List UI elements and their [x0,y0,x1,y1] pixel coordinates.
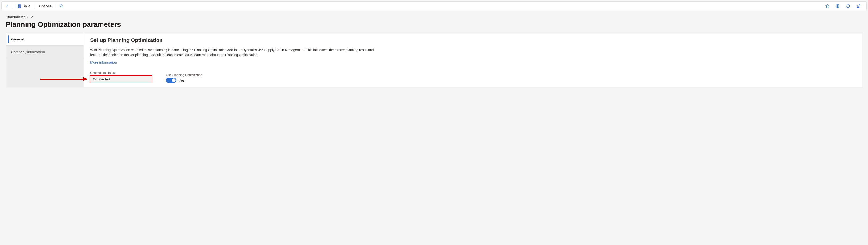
tab-label: General [11,37,24,41]
use-po-label: Use Planning Optimization [166,73,202,77]
connection-status-input[interactable] [90,75,152,83]
use-po-toggle-wrap: Yes [166,78,202,83]
more-information-link[interactable]: More information [90,60,117,64]
annotation-arrow [40,76,88,83]
svg-point-1 [60,5,62,7]
use-po-toggle[interactable] [166,78,176,83]
save-button[interactable]: Save [15,3,32,9]
attachments-button[interactable] [835,3,841,9]
divider [56,4,56,9]
connection-status-label: Connection status [90,71,152,74]
page-header: Standard view Planning Optimization para… [0,12,868,33]
view-label-text: Standard view [6,15,28,19]
arrow-left-icon [5,4,9,8]
command-bar: Save Options [1,1,867,11]
divider [12,4,13,9]
svg-rect-0 [18,5,21,7]
search-button[interactable] [59,3,65,9]
connection-status-field: Connection status [90,71,152,83]
back-button[interactable] [4,3,10,9]
main-panel: Set up Planning Optimization With Planni… [84,33,862,87]
options-label: Options [39,4,52,8]
options-button[interactable]: Options [37,3,54,9]
use-po-value: Yes [179,78,184,82]
section-title: Set up Planning Optimization [90,37,856,43]
page-title: Planning Optimization parameters [6,20,862,28]
fields-row: Connection status Use Planning Optimizat… [90,71,856,83]
tab-general[interactable]: General [6,33,84,46]
section-description: With Planning Optimization enabled maste… [90,48,374,58]
search-icon [59,4,64,8]
save-icon [17,4,21,8]
content: General Company information Set up Plann… [0,33,868,93]
copilot-icon [825,4,829,8]
tab-label: Company information [11,50,45,54]
toolbar-right [824,3,864,9]
refresh-icon [846,4,850,8]
popout-button[interactable] [856,3,862,9]
view-selector[interactable]: Standard view [6,15,34,19]
svg-marker-3 [83,77,88,81]
refresh-button[interactable] [845,3,851,9]
book-icon [836,4,840,8]
copilot-button[interactable] [824,3,830,9]
toolbar-left: Save Options [4,3,822,9]
save-label: Save [23,4,30,8]
tab-company-information[interactable]: Company information [6,46,84,58]
use-planning-optimization-field: Use Planning Optimization Yes [166,73,202,83]
popout-icon [857,4,861,8]
chevron-down-icon [30,15,34,19]
